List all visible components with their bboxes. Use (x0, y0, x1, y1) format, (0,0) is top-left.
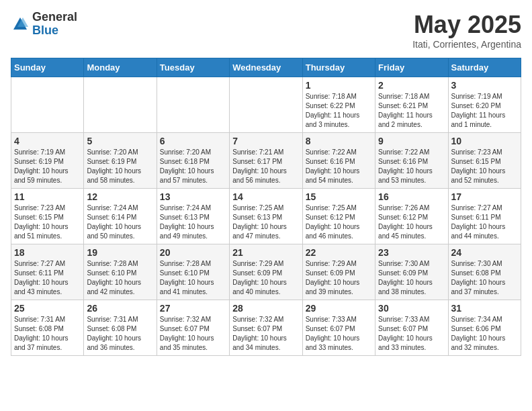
day-number: 6 (160, 136, 226, 146)
calendar-cell: 16Sunrise: 7:26 AM Sunset: 6:12 PM Dayli… (375, 189, 448, 244)
day-info: Sunrise: 7:23 AM Sunset: 6:15 PM Dayligh… (14, 203, 81, 241)
day-number: 31 (451, 303, 518, 314)
day-info: Sunrise: 7:32 AM Sunset: 6:07 PM Dayligh… (160, 315, 226, 353)
day-info: Sunrise: 7:22 AM Sunset: 6:16 PM Dayligh… (306, 148, 372, 185)
day-number: 26 (87, 303, 153, 314)
day-number: 11 (14, 191, 81, 202)
day-number: 7 (232, 136, 299, 146)
calendar-cell: 1Sunrise: 7:18 AM Sunset: 6:22 PM Daylig… (302, 77, 375, 133)
calendar-cell: 22Sunrise: 7:29 AM Sunset: 6:09 PM Dayli… (302, 244, 375, 300)
calendar-cell: 4Sunrise: 7:19 AM Sunset: 6:19 PM Daylig… (11, 133, 84, 189)
day-info: Sunrise: 7:26 AM Sunset: 6:12 PM Dayligh… (378, 203, 445, 241)
weekday-header: Sunday (11, 58, 84, 77)
calendar-week-row: 11Sunrise: 7:23 AM Sunset: 6:15 PM Dayli… (11, 189, 521, 244)
day-number: 28 (232, 303, 299, 314)
day-number: 23 (378, 247, 445, 258)
weekday-header: Wednesday (230, 58, 302, 77)
day-info: Sunrise: 7:19 AM Sunset: 6:20 PM Dayligh… (451, 92, 518, 130)
calendar-week-row: 25Sunrise: 7:31 AM Sunset: 6:08 PM Dayli… (11, 300, 521, 356)
logo-general: General (32, 11, 77, 24)
logo-text: General Blue (32, 11, 77, 38)
day-info: Sunrise: 7:27 AM Sunset: 6:11 PM Dayligh… (14, 259, 81, 297)
logo-icon (11, 15, 30, 34)
day-info: Sunrise: 7:28 AM Sunset: 6:10 PM Dayligh… (160, 259, 226, 297)
day-number: 25 (14, 303, 81, 314)
weekday-header-row: SundayMondayTuesdayWednesdayThursdayFrid… (11, 58, 521, 77)
day-info: Sunrise: 7:19 AM Sunset: 6:19 PM Dayligh… (14, 148, 81, 185)
calendar-cell: 18Sunrise: 7:27 AM Sunset: 6:11 PM Dayli… (11, 244, 84, 300)
weekday-header: Thursday (302, 58, 375, 77)
day-number: 29 (306, 303, 372, 314)
weekday-header: Monday (84, 58, 157, 77)
day-info: Sunrise: 7:25 AM Sunset: 6:13 PM Dayligh… (232, 203, 299, 241)
day-number: 16 (378, 191, 445, 202)
calendar-cell (157, 77, 229, 133)
day-info: Sunrise: 7:31 AM Sunset: 6:08 PM Dayligh… (14, 315, 81, 353)
day-info: Sunrise: 7:21 AM Sunset: 6:17 PM Dayligh… (232, 148, 299, 185)
day-info: Sunrise: 7:18 AM Sunset: 6:21 PM Dayligh… (378, 92, 445, 130)
calendar-week-row: 1Sunrise: 7:18 AM Sunset: 6:22 PM Daylig… (11, 77, 521, 133)
day-info: Sunrise: 7:33 AM Sunset: 6:07 PM Dayligh… (306, 315, 372, 353)
logo: General Blue (11, 11, 77, 38)
day-info: Sunrise: 7:22 AM Sunset: 6:16 PM Dayligh… (378, 148, 445, 185)
calendar-cell (230, 77, 302, 133)
calendar-cell: 9Sunrise: 7:22 AM Sunset: 6:16 PM Daylig… (375, 133, 448, 189)
day-info: Sunrise: 7:23 AM Sunset: 6:15 PM Dayligh… (451, 148, 518, 185)
calendar-cell (84, 77, 157, 133)
day-info: Sunrise: 7:30 AM Sunset: 6:09 PM Dayligh… (378, 259, 445, 297)
calendar: SundayMondayTuesdayWednesdayThursdayFrid… (11, 58, 521, 356)
day-number: 1 (306, 80, 372, 91)
calendar-cell: 21Sunrise: 7:29 AM Sunset: 6:09 PM Dayli… (230, 244, 302, 300)
calendar-cell: 12Sunrise: 7:24 AM Sunset: 6:14 PM Dayli… (84, 189, 157, 244)
day-number: 24 (451, 247, 518, 258)
day-number: 18 (14, 247, 81, 258)
day-info: Sunrise: 7:32 AM Sunset: 6:07 PM Dayligh… (232, 315, 299, 353)
day-number: 2 (378, 80, 445, 91)
calendar-cell: 30Sunrise: 7:33 AM Sunset: 6:07 PM Dayli… (375, 300, 448, 356)
day-number: 4 (14, 136, 81, 146)
calendar-cell: 2Sunrise: 7:18 AM Sunset: 6:21 PM Daylig… (375, 77, 448, 133)
calendar-cell: 17Sunrise: 7:27 AM Sunset: 6:11 PM Dayli… (448, 189, 521, 244)
logo-blue: Blue (32, 24, 77, 38)
calendar-cell: 19Sunrise: 7:28 AM Sunset: 6:10 PM Dayli… (84, 244, 157, 300)
calendar-cell: 24Sunrise: 7:30 AM Sunset: 6:08 PM Dayli… (448, 244, 521, 300)
day-info: Sunrise: 7:24 AM Sunset: 6:13 PM Dayligh… (160, 203, 226, 241)
day-info: Sunrise: 7:33 AM Sunset: 6:07 PM Dayligh… (378, 315, 445, 353)
page-header: General Blue May 2025 Itati, Corrientes,… (11, 11, 521, 50)
day-number: 21 (232, 247, 299, 258)
calendar-cell: 20Sunrise: 7:28 AM Sunset: 6:10 PM Dayli… (157, 244, 229, 300)
calendar-cell: 14Sunrise: 7:25 AM Sunset: 6:13 PM Dayli… (230, 189, 302, 244)
calendar-cell: 15Sunrise: 7:25 AM Sunset: 6:12 PM Dayli… (302, 189, 375, 244)
day-info: Sunrise: 7:30 AM Sunset: 6:08 PM Dayligh… (451, 259, 518, 297)
calendar-cell: 25Sunrise: 7:31 AM Sunset: 6:08 PM Dayli… (11, 300, 84, 356)
day-number: 12 (87, 191, 153, 202)
calendar-week-row: 4Sunrise: 7:19 AM Sunset: 6:19 PM Daylig… (11, 133, 521, 189)
calendar-cell: 31Sunrise: 7:34 AM Sunset: 6:06 PM Dayli… (448, 300, 521, 356)
calendar-cell: 13Sunrise: 7:24 AM Sunset: 6:13 PM Dayli… (157, 189, 229, 244)
day-info: Sunrise: 7:20 AM Sunset: 6:19 PM Dayligh… (87, 148, 153, 185)
location: Itati, Corrientes, Argentina (412, 39, 521, 50)
calendar-cell: 23Sunrise: 7:30 AM Sunset: 6:09 PM Dayli… (375, 244, 448, 300)
weekday-header: Tuesday (157, 58, 229, 77)
day-number: 19 (87, 247, 153, 258)
calendar-cell: 29Sunrise: 7:33 AM Sunset: 6:07 PM Dayli… (302, 300, 375, 356)
calendar-cell: 27Sunrise: 7:32 AM Sunset: 6:07 PM Dayli… (157, 300, 229, 356)
day-number: 3 (451, 80, 518, 91)
calendar-cell: 3Sunrise: 7:19 AM Sunset: 6:20 PM Daylig… (448, 77, 521, 133)
day-info: Sunrise: 7:29 AM Sunset: 6:09 PM Dayligh… (232, 259, 299, 297)
calendar-cell: 26Sunrise: 7:31 AM Sunset: 6:08 PM Dayli… (84, 300, 157, 356)
weekday-header: Friday (375, 58, 448, 77)
day-info: Sunrise: 7:31 AM Sunset: 6:08 PM Dayligh… (87, 315, 153, 353)
month-title: May 2025 (412, 11, 521, 39)
day-info: Sunrise: 7:24 AM Sunset: 6:14 PM Dayligh… (87, 203, 153, 241)
day-number: 8 (306, 136, 372, 146)
day-number: 27 (160, 303, 226, 314)
day-number: 13 (160, 191, 226, 202)
calendar-cell: 6Sunrise: 7:20 AM Sunset: 6:18 PM Daylig… (157, 133, 229, 189)
day-number: 22 (306, 247, 372, 258)
day-info: Sunrise: 7:29 AM Sunset: 6:09 PM Dayligh… (306, 259, 372, 297)
day-info: Sunrise: 7:27 AM Sunset: 6:11 PM Dayligh… (451, 203, 518, 241)
day-number: 30 (378, 303, 445, 314)
calendar-cell: 28Sunrise: 7:32 AM Sunset: 6:07 PM Dayli… (230, 300, 302, 356)
calendar-cell (11, 77, 84, 133)
